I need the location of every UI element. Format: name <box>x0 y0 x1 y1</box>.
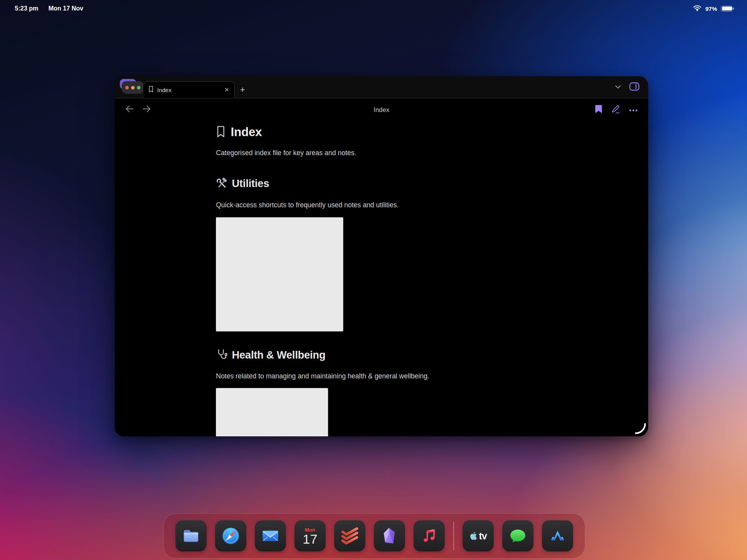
dock-app-music[interactable] <box>414 520 445 551</box>
section-heading-utilities: Utilities <box>216 177 629 191</box>
clock: 5:23 pm <box>15 5 38 12</box>
dock-separator <box>453 522 454 550</box>
section-desc-utilities: Quick-access shortcuts to frequently use… <box>216 201 629 210</box>
section-title-utilities: Utilities <box>232 178 269 190</box>
bookmark-outline-icon <box>216 126 226 139</box>
dock-app-messages[interactable] <box>502 520 533 551</box>
dock-app-app-store[interactable] <box>542 520 573 551</box>
dock-app-safari[interactable] <box>215 520 246 551</box>
wifi-icon <box>693 5 701 13</box>
page-heading: Index <box>216 125 629 139</box>
dock: Mon 17 <box>163 513 585 558</box>
tab-label: Index <box>157 87 172 93</box>
page-subtitle: Categorised index file for key areas and… <box>216 149 629 158</box>
section-desc-health: Notes related to managing and maintainin… <box>216 372 629 381</box>
date: Mon 17 Nov <box>48 5 83 12</box>
tab-bar-actions <box>615 76 640 98</box>
tab-bar: Index ✕ + <box>115 76 648 98</box>
toolbar: Index <box>115 98 648 121</box>
zoom-window-button[interactable] <box>137 86 140 89</box>
note-content: Index Categorised index file for key are… <box>216 121 629 436</box>
minimize-window-button[interactable] <box>131 86 135 89</box>
dock-app-mail[interactable] <box>255 520 286 551</box>
window-controls[interactable] <box>122 81 144 94</box>
edit-pen-icon[interactable] <box>611 105 620 115</box>
traffic-light-pill <box>122 81 144 94</box>
dock-app-obsidian[interactable] <box>374 520 405 551</box>
tab-index[interactable]: Index ✕ <box>143 81 235 98</box>
note-title: Index <box>115 106 648 114</box>
close-window-button[interactable] <box>125 86 129 89</box>
more-options-icon[interactable] <box>629 107 638 114</box>
window-resize-handle[interactable] <box>633 421 647 435</box>
embedded-image-placeholder[interactable] <box>216 217 343 331</box>
ipad-screen: 5:23 pm Mon 17 Nov 97% <box>0 0 747 560</box>
bookmark-filled-icon[interactable] <box>595 105 603 115</box>
section-heading-health: Health & Wellbeing <box>216 348 629 362</box>
toolbar-actions <box>595 98 638 121</box>
battery-percent: 97% <box>705 5 717 12</box>
hammer-wrench-icon <box>216 177 228 191</box>
dock-app-files[interactable] <box>175 520 207 551</box>
calendar-day: 17 <box>303 532 317 546</box>
dock-app-todoist[interactable] <box>334 520 365 551</box>
sidebar-toggle-icon[interactable] <box>629 82 640 93</box>
bookmark-icon <box>148 86 154 94</box>
chevron-down-icon[interactable] <box>615 84 621 91</box>
status-bar: 5:23 pm Mon 17 Nov 97% <box>0 0 747 17</box>
stethoscope-icon <box>216 348 228 362</box>
close-tab-icon[interactable]: ✕ <box>224 86 229 93</box>
page-title: Index <box>231 125 262 139</box>
status-bar-right: 97% <box>693 5 732 13</box>
section-title-health: Health & Wellbeing <box>232 349 325 361</box>
new-tab-button[interactable]: + <box>240 81 245 98</box>
battery-icon <box>721 6 732 12</box>
embedded-image-placeholder[interactable] <box>216 388 328 436</box>
obsidian-window: Index ✕ + Index <box>115 76 648 436</box>
dock-app-calendar[interactable]: Mon 17 <box>295 520 326 551</box>
status-bar-left: 5:23 pm Mon 17 Nov <box>15 5 83 12</box>
dock-app-apple-tv[interactable]: tv <box>463 520 494 551</box>
apple-tv-label: tv <box>479 530 487 542</box>
